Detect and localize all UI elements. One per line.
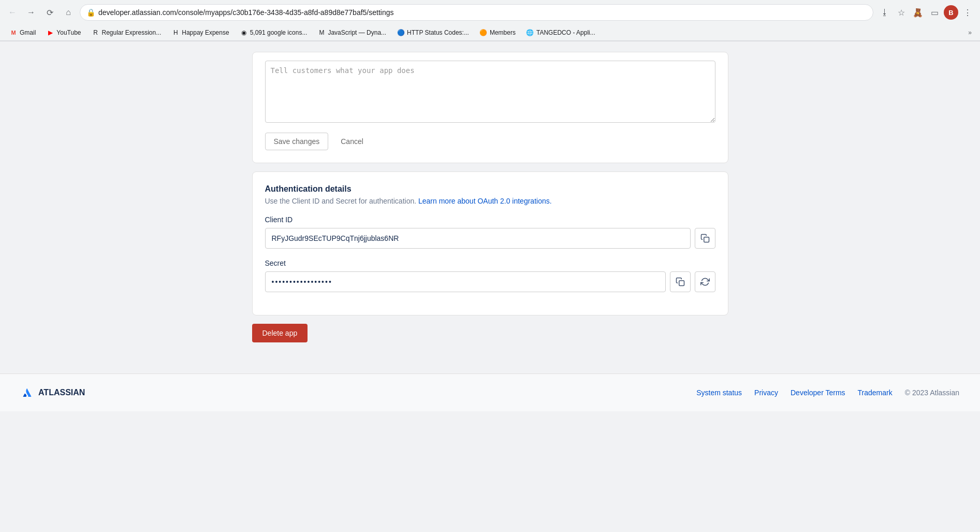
browser-toolbar: ← → ⟳ ⌂ 🔒 developer.atlassian.com/consol… <box>0 0 980 25</box>
members-favicon: 🟠 <box>479 28 488 37</box>
youtube-favicon: ▶ <box>46 28 54 37</box>
bookmark-gmail-label: Gmail <box>20 29 36 36</box>
profile-button[interactable]: B <box>944 5 958 20</box>
svg-rect-1 <box>679 281 684 286</box>
atlassian-logo-icon <box>21 386 33 399</box>
bookmarks-bar: M Gmail ▶ YouTube R Regular Expression..… <box>0 25 980 41</box>
delete-section: Delete app <box>252 324 728 342</box>
footer-privacy-link[interactable]: Privacy <box>754 389 778 397</box>
lock-icon: 🔒 <box>86 8 95 17</box>
bookmark-google-icons[interactable]: ◉ 5,091 google icons... <box>236 27 312 38</box>
menu-button[interactable]: ⋮ <box>960 5 975 20</box>
extensions-button[interactable]: 🧸 <box>911 5 925 20</box>
oauth-learn-more-link[interactable]: Learn more about OAuth 2.0 integrations. <box>418 197 552 205</box>
gmail-favicon: M <box>9 28 18 37</box>
bookmark-http[interactable]: 🔵 HTTP Status Codes:... <box>392 27 473 38</box>
happay-favicon: H <box>171 28 180 37</box>
copy-secret-button[interactable] <box>670 271 691 292</box>
tangedco-favicon: 🌐 <box>526 28 534 37</box>
address-bar[interactable]: 🔒 developer.atlassian.com/console/myapps… <box>80 4 873 21</box>
browser-chrome: ← → ⟳ ⌂ 🔒 developer.atlassian.com/consol… <box>0 0 980 41</box>
client-id-section: Client ID <box>265 215 715 249</box>
bookmark-regex-label: Regular Expression... <box>102 29 162 36</box>
copy-secret-icon <box>676 277 685 286</box>
bookmark-javascript[interactable]: M JavaScript — Dyna... <box>313 27 390 38</box>
bookmark-youtube[interactable]: ▶ YouTube <box>42 27 85 38</box>
bookmark-google-icons-label: 5,091 google icons... <box>250 29 308 36</box>
cast-button[interactable]: ⭳ <box>877 5 892 20</box>
svg-rect-0 <box>704 237 709 242</box>
footer-trademark-link[interactable]: Trademark <box>858 389 893 397</box>
copy-client-id-button[interactable] <box>695 228 715 249</box>
description-textarea[interactable] <box>265 61 715 123</box>
footer-developer-terms-link[interactable]: Developer Terms <box>791 389 845 397</box>
home-button[interactable]: ⌂ <box>61 5 76 20</box>
bookmark-tangedco[interactable]: 🌐 TANGEDCO - Appli... <box>522 27 599 38</box>
bookmark-members[interactable]: 🟠 Members <box>475 27 520 38</box>
auth-title: Authentication details <box>265 184 715 194</box>
bookmarks-more[interactable]: » <box>965 27 975 38</box>
google-icons-favicon: ◉ <box>240 28 248 37</box>
forward-button[interactable]: → <box>24 5 38 20</box>
url-text: developer.atlassian.com/console/myapps/c… <box>98 8 867 17</box>
bookmark-happay-label: Happay Expense <box>182 29 229 36</box>
save-changes-button[interactable]: Save changes <box>265 133 329 150</box>
javascript-favicon: M <box>317 28 326 37</box>
main-area: Save changes Cancel Authentication detai… <box>242 41 739 353</box>
description-card: Save changes Cancel <box>252 52 728 163</box>
footer: ATLASSIAN System status Privacy Develope… <box>0 373 980 411</box>
auth-subtitle-text: Use the Client ID and Secret for authent… <box>265 197 417 205</box>
page-content: Save changes Cancel Authentication detai… <box>0 41 980 532</box>
bookmark-members-label: Members <box>490 29 516 36</box>
cancel-button[interactable]: Cancel <box>332 133 372 150</box>
http-favicon: 🔵 <box>397 28 405 37</box>
auth-subtitle: Use the Client ID and Secret for authent… <box>265 197 715 205</box>
browser-actions: ⭳ ☆ 🧸 ▭ B ⋮ <box>877 5 975 20</box>
secret-row <box>265 271 715 292</box>
secret-input[interactable] <box>265 271 666 292</box>
client-id-label: Client ID <box>265 215 715 224</box>
footer-logo: ATLASSIAN <box>21 386 85 399</box>
bookmark-happay[interactable]: H Happay Expense <box>167 27 233 38</box>
copy-icon <box>700 234 710 243</box>
delete-app-button[interactable]: Delete app <box>252 324 308 342</box>
bookmark-gmail[interactable]: M Gmail <box>5 27 40 38</box>
client-id-input[interactable] <box>265 228 691 249</box>
bookmark-tangedco-label: TANGEDCO - Appli... <box>536 29 595 36</box>
bookmark-youtube-label: YouTube <box>56 29 81 36</box>
atlassian-logo-text: ATLASSIAN <box>38 388 85 397</box>
reload-button[interactable]: ⟳ <box>42 5 57 20</box>
client-id-row <box>265 228 715 249</box>
bookmark-http-label: HTTP Status Codes:... <box>407 29 469 36</box>
footer-system-status-link[interactable]: System status <box>696 389 742 397</box>
description-btn-row: Save changes Cancel <box>265 133 715 150</box>
regenerate-secret-button[interactable] <box>695 271 715 292</box>
footer-copyright: © 2023 Atlassian <box>905 389 959 397</box>
footer-links: System status Privacy Developer Terms Tr… <box>696 389 959 397</box>
window-button[interactable]: ▭ <box>927 5 942 20</box>
secret-section: Secret <box>265 259 715 292</box>
bookmark-button[interactable]: ☆ <box>894 5 909 20</box>
bookmark-javascript-label: JavaScript — Dyna... <box>328 29 386 36</box>
auth-card: Authentication details Use the Client ID… <box>252 171 728 315</box>
back-button[interactable]: ← <box>5 5 20 20</box>
secret-label: Secret <box>265 259 715 267</box>
regex-favicon: R <box>92 28 100 37</box>
refresh-icon <box>700 277 710 286</box>
bookmark-regex[interactable]: R Regular Expression... <box>87 27 166 38</box>
